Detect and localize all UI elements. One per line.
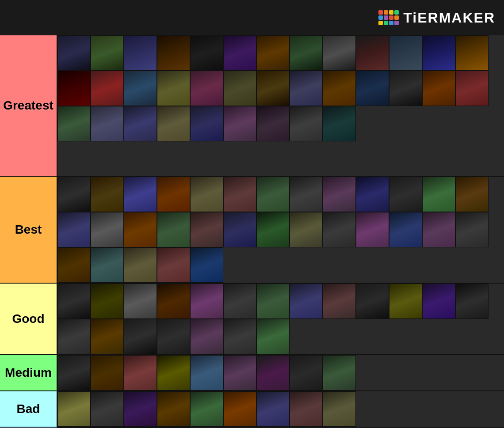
character-card[interactable] (124, 212, 157, 247)
character-card[interactable] (323, 391, 356, 427)
character-card[interactable] (422, 284, 455, 319)
character-card[interactable] (157, 71, 190, 106)
character-card[interactable] (455, 177, 489, 212)
character-card[interactable] (422, 35, 455, 71)
character-card[interactable] (190, 35, 223, 71)
character-card[interactable] (57, 71, 91, 106)
character-card[interactable] (124, 71, 157, 106)
character-card[interactable] (124, 319, 157, 354)
character-card[interactable] (323, 177, 356, 212)
character-card[interactable] (190, 71, 223, 106)
character-card[interactable] (223, 71, 256, 106)
character-card[interactable] (157, 391, 190, 427)
character-card[interactable] (157, 177, 190, 212)
character-card[interactable] (290, 106, 323, 141)
character-card[interactable] (256, 212, 290, 247)
character-card[interactable] (157, 106, 190, 141)
character-card[interactable] (190, 247, 223, 283)
character-card[interactable] (223, 391, 256, 427)
character-card[interactable] (323, 35, 356, 71)
character-card[interactable] (124, 177, 157, 212)
character-card[interactable] (91, 284, 124, 319)
character-card[interactable] (356, 177, 389, 212)
character-card[interactable] (124, 355, 157, 390)
character-card[interactable] (157, 35, 190, 71)
character-card[interactable] (190, 212, 223, 247)
character-card[interactable] (356, 35, 389, 71)
character-card[interactable] (190, 355, 223, 390)
character-card[interactable] (223, 35, 256, 71)
character-card[interactable] (256, 284, 290, 319)
character-card[interactable] (91, 391, 124, 427)
character-card[interactable] (455, 212, 489, 247)
character-card[interactable] (91, 35, 124, 71)
character-card[interactable] (223, 106, 256, 141)
character-card[interactable] (256, 177, 290, 212)
character-card[interactable] (389, 71, 422, 106)
character-card[interactable] (57, 284, 91, 319)
character-card[interactable] (422, 71, 455, 106)
character-card[interactable] (57, 106, 91, 141)
character-card[interactable] (256, 319, 290, 354)
character-card[interactable] (290, 284, 323, 319)
character-card[interactable] (91, 319, 124, 354)
character-card[interactable] (157, 319, 190, 354)
character-card[interactable] (323, 212, 356, 247)
character-card[interactable] (223, 284, 256, 319)
character-card[interactable] (389, 177, 422, 212)
character-card[interactable] (422, 212, 455, 247)
character-card[interactable] (57, 355, 91, 390)
character-card[interactable] (190, 177, 223, 212)
character-card[interactable] (455, 71, 489, 106)
character-card[interactable] (57, 212, 91, 247)
character-card[interactable] (256, 355, 290, 390)
character-card[interactable] (290, 391, 323, 427)
character-card[interactable] (57, 177, 91, 212)
character-card[interactable] (356, 71, 389, 106)
character-card[interactable] (290, 35, 323, 71)
character-card[interactable] (323, 284, 356, 319)
character-card[interactable] (256, 391, 290, 427)
character-card[interactable] (356, 212, 389, 247)
character-card[interactable] (91, 355, 124, 390)
character-card[interactable] (91, 71, 124, 106)
character-card[interactable] (57, 35, 91, 71)
character-card[interactable] (57, 319, 91, 354)
character-card[interactable] (57, 247, 91, 283)
character-card[interactable] (223, 177, 256, 212)
character-card[interactable] (157, 212, 190, 247)
character-card[interactable] (422, 177, 455, 212)
character-card[interactable] (223, 355, 256, 390)
character-card[interactable] (190, 284, 223, 319)
character-card[interactable] (223, 319, 256, 354)
character-card[interactable] (389, 212, 422, 247)
character-card[interactable] (290, 177, 323, 212)
character-card[interactable] (57, 391, 91, 427)
character-card[interactable] (356, 284, 389, 319)
character-card[interactable] (124, 35, 157, 71)
character-card[interactable] (323, 106, 356, 141)
character-card[interactable] (256, 71, 290, 106)
character-card[interactable] (124, 391, 157, 427)
character-card[interactable] (323, 355, 356, 390)
character-card[interactable] (256, 35, 290, 71)
character-card[interactable] (124, 106, 157, 141)
character-card[interactable] (389, 35, 422, 71)
character-card[interactable] (290, 71, 323, 106)
character-card[interactable] (157, 355, 190, 390)
character-card[interactable] (190, 319, 223, 354)
character-card[interactable] (157, 284, 190, 319)
character-card[interactable] (91, 106, 124, 141)
character-card[interactable] (157, 247, 190, 283)
character-card[interactable] (124, 247, 157, 283)
character-card[interactable] (91, 177, 124, 212)
character-card[interactable] (223, 212, 256, 247)
character-card[interactable] (389, 284, 422, 319)
character-card[interactable] (190, 106, 223, 141)
character-card[interactable] (323, 71, 356, 106)
character-card[interactable] (91, 212, 124, 247)
character-card[interactable] (124, 284, 157, 319)
character-card[interactable] (290, 355, 323, 390)
character-card[interactable] (455, 35, 489, 71)
character-card[interactable] (190, 391, 223, 427)
